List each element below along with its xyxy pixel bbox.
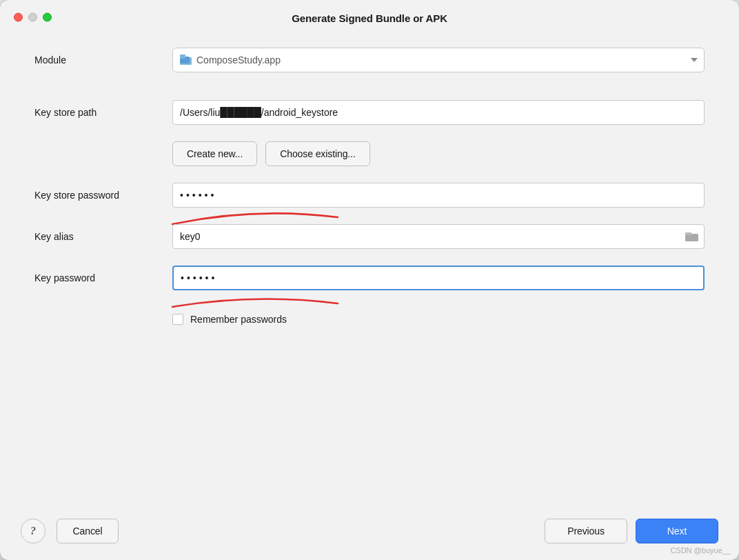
dialog-title: Generate Signed Bundle or APK [292,12,447,24]
svg-rect-1 [180,56,185,59]
key-alias-browse-icon[interactable] [685,231,699,242]
previous-button[interactable]: Previous [545,519,627,543]
footer-left: ? Cancel [21,519,119,543]
svg-rect-3 [685,232,691,235]
module-row: Module ComposeStudy.app [34,48,705,72]
module-select-wrapper: ComposeStudy.app [172,48,705,72]
key-password-control [172,266,705,290]
watermark: CSDN @buyue__ [670,546,731,554]
key-password-row: Key password [34,266,705,290]
keystore-password-label: Key store password [34,190,172,201]
module-select[interactable]: ComposeStudy.app [172,48,705,72]
next-button[interactable]: Next [636,519,718,543]
keystore-path-input[interactable] [172,100,705,125]
keystore-password-control [172,183,705,208]
module-folder-icon [180,54,191,66]
keystore-path-row: Key store path [34,100,705,125]
keystore-password-row: Key store password [34,183,705,208]
keystore-action-buttons: Create new... Choose existing... [172,141,705,166]
dialog-footer: ? Cancel Previous Next [0,508,739,560]
cancel-button[interactable]: Cancel [57,519,119,543]
svg-rect-0 [180,57,192,65]
key-password-input[interactable] [172,266,705,290]
create-new-button[interactable]: Create new... [172,141,257,166]
keystore-path-control [172,100,705,125]
maximize-button[interactable] [43,12,52,21]
keystore-password-input[interactable] [172,183,705,208]
form-content: Module ComposeStudy.app [0,34,739,508]
remember-passwords-label: Remember passwords [190,314,287,325]
choose-existing-button[interactable]: Choose existing... [265,141,370,166]
close-button[interactable] [14,12,23,21]
traffic-lights [14,12,52,21]
module-control: ComposeStudy.app [172,48,705,72]
minimize-button[interactable] [28,12,37,21]
help-button[interactable]: ? [21,519,45,543]
key-alias-input[interactable] [172,224,705,249]
remember-passwords-row: Remember passwords [172,314,705,325]
key-alias-control [172,224,705,249]
dialog-window: Generate Signed Bundle or APK Module Com… [0,0,739,560]
title-bar: Generate Signed Bundle or APK [0,0,739,34]
footer-right: Previous Next [545,519,718,543]
keystore-path-label: Key store path [34,107,172,118]
remember-passwords-checkbox[interactable] [172,314,183,325]
key-alias-label: Key alias [34,231,172,242]
module-value: ComposeStudy.app [196,54,281,66]
module-label: Module [34,54,172,66]
key-password-label: Key password [34,272,172,283]
key-alias-row: Key alias [34,224,705,249]
